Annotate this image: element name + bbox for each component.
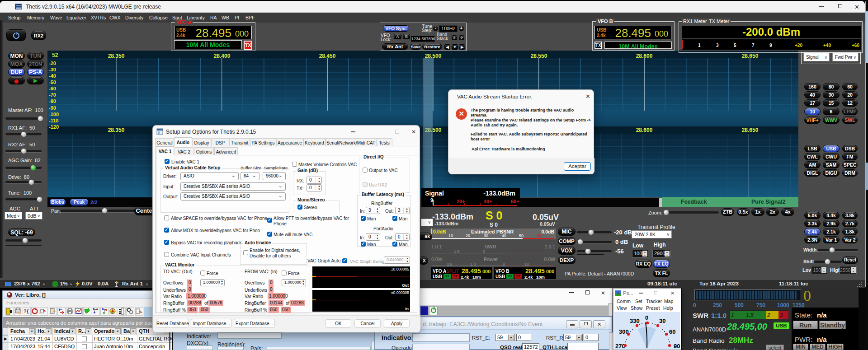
svg-text:-120: -120 bbox=[49, 124, 59, 130]
svg-text:28.550: 28.550 bbox=[531, 53, 547, 59]
svg-text:52: 52 bbox=[52, 52, 58, 58]
svg-text:28.600: 28.600 bbox=[636, 53, 653, 59]
svg-text:-40: -40 bbox=[49, 73, 56, 79]
svg-text:-70: -70 bbox=[49, 92, 56, 98]
svg-text:30: 30 bbox=[659, 317, 665, 324]
svg-text:60: 60 bbox=[669, 328, 675, 335]
svg-text:-30: -30 bbox=[49, 67, 56, 72]
svg-text:{: { bbox=[27, 308, 29, 314]
svg-text:-90: -90 bbox=[49, 105, 56, 111]
svg-text:0: 0 bbox=[645, 314, 648, 321]
svg-text:28.350: 28.350 bbox=[108, 53, 125, 59]
svg-text:-100: -100 bbox=[49, 112, 59, 117]
svg-text:-80: -80 bbox=[49, 98, 56, 104]
svg-text:28.350: 28.350 bbox=[108, 127, 125, 133]
svg-text:270: 270 bbox=[615, 343, 625, 350]
svg-text:-60: -60 bbox=[49, 86, 56, 91]
svg-text:28.450: 28.450 bbox=[319, 53, 336, 59]
svg-text:28.650: 28.650 bbox=[742, 53, 759, 59]
svg-text:90: 90 bbox=[674, 343, 680, 350]
svg-text:330: 330 bbox=[630, 317, 640, 324]
svg-text:28.600: 28.600 bbox=[636, 127, 653, 133]
svg-text:-20: -20 bbox=[49, 61, 56, 66]
svg-text:?: ? bbox=[24, 308, 27, 314]
svg-text:-50: -50 bbox=[49, 79, 56, 85]
svg-text:28.400: 28.400 bbox=[214, 53, 231, 59]
svg-text:-110: -110 bbox=[49, 118, 58, 123]
svg-text:28.650: 28.650 bbox=[742, 127, 759, 133]
